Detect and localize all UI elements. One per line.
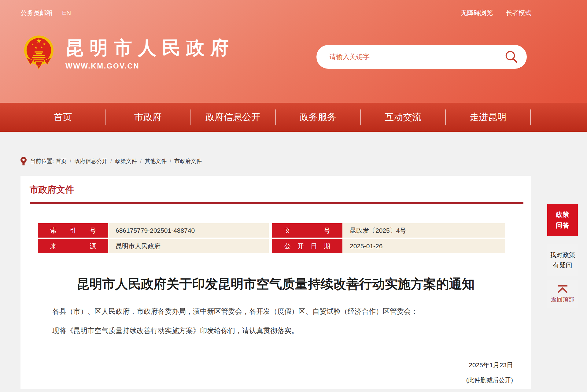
main-nav: 首页 市政府 政府信息公开 政务服务 互动交流 走进昆明 <box>0 103 587 132</box>
site-title: 昆明市人民政府 <box>65 38 234 58</box>
breadcrumb-separator: / <box>70 158 71 165</box>
breadcrumb-info-disclosure[interactable]: 政府信息公开 <box>74 157 107 165</box>
site-url: WWW.KM.GOV.CN <box>65 62 234 70</box>
location-pin-icon <box>20 157 27 165</box>
elder-mode-link[interactable]: 长者模式 <box>506 9 531 17</box>
breadcrumb-separator: / <box>140 158 142 165</box>
back-to-top-button[interactable]: 返回顶部 <box>547 280 578 308</box>
breadcrumb: 当前位置: 首页 / 政府信息公开 / 政策文件 / 其他文件 / 市政府文件 <box>20 157 202 165</box>
nav-item-services[interactable]: 政务服务 <box>276 111 360 124</box>
breadcrumb-prefix: 当前位置: <box>30 157 54 165</box>
breadcrumb-home[interactable]: 首页 <box>56 157 67 165</box>
policy-qa-label-line1: 政策 <box>556 209 569 220</box>
accessibility-link[interactable]: 无障碍浏览 <box>461 9 493 17</box>
back-to-top-label: 返回顶部 <box>551 296 574 304</box>
national-emblem-logo[interactable] <box>24 35 54 75</box>
topbar-left: 公务员邮箱 EN <box>20 9 71 17</box>
breadcrumb-separator: / <box>110 158 112 165</box>
document-note: (此件删减后公开) <box>38 376 513 384</box>
table-row: 来源 昆明市人民政府 公开日期 2025-01-26 <box>38 239 531 253</box>
document-paragraph: 现将《昆明市空气质量持续改善行动实施方案》印发给你们，请认真贯彻落实。 <box>38 325 513 336</box>
nav-item-about-kunming[interactable]: 走进昆明 <box>446 111 530 124</box>
nav-item-interaction[interactable]: 互动交流 <box>361 111 445 124</box>
site-header: 公务员邮箱 EN 无障碍浏览 长者模式 <box>0 0 587 103</box>
policy-qa-button[interactable]: 政策 问答 <box>547 204 578 236</box>
document-meta-table: 索引号 686175779-202501-488740 文号 昆政发〔2025〕… <box>38 223 531 253</box>
meta-source-value: 昆明市人民政府 <box>108 239 269 253</box>
breadcrumb-other-docs[interactable]: 其他文件 <box>145 157 167 165</box>
floating-sidebar: 政策 问答 我对政策 有疑问 返回顶部 <box>547 204 578 308</box>
meta-source-label: 来源 <box>38 239 108 253</box>
nav-item-city-gov[interactable]: 市政府 <box>105 111 190 124</box>
breadcrumb-citygov-docs[interactable]: 市政府文件 <box>174 157 202 165</box>
search-box <box>316 45 527 69</box>
nav-divider <box>530 109 531 125</box>
search-icon <box>505 50 518 64</box>
meta-index-value: 686175779-202501-488740 <box>108 223 269 238</box>
nav-item-home[interactable]: 首页 <box>20 111 105 124</box>
nav-item-info-disclosure[interactable]: 政府信息公开 <box>190 111 275 124</box>
main-nav-inner: 首页 市政府 政府信息公开 政务服务 互动交流 走进昆明 <box>20 103 531 132</box>
meta-gap <box>269 223 272 238</box>
policy-doubt-label-line1: 我对政策 <box>550 250 575 260</box>
meta-pubdate-value: 2025-01-26 <box>342 239 505 253</box>
content-panel: 市政府文件 索引号 686175779-202501-488740 文号 昆政发… <box>20 176 531 389</box>
meta-docno-value: 昆政发〔2025〕4号 <box>342 223 505 238</box>
page: 公务员邮箱 EN 无障碍浏览 长者模式 <box>0 0 587 392</box>
topbar-right: 无障碍浏览 长者模式 <box>461 9 531 17</box>
policy-qa-label-line2: 问答 <box>556 220 569 231</box>
mailbox-link[interactable]: 公务员邮箱 <box>20 9 53 17</box>
section-divider <box>30 202 523 204</box>
search-input[interactable] <box>329 45 500 69</box>
search-button[interactable] <box>505 50 518 64</box>
policy-doubt-label-line2: 有疑问 <box>553 260 572 270</box>
table-row: 索引号 686175779-202501-488740 文号 昆政发〔2025〕… <box>38 223 531 238</box>
document-title: 昆明市人民政府关于印发昆明市空气质量持续改善行动实施方案的通知 <box>33 276 519 293</box>
section-title: 市政府文件 <box>30 184 531 196</box>
meta-pubdate-label: 公开日期 <box>272 239 342 253</box>
document-paragraph: 各县（市）、区人民政府，市政府各委办局，滇中新区管委会，各开发（度假）区、自贸试… <box>38 306 513 317</box>
site-brand[interactable]: 昆明市人民政府 WWW.KM.GOV.CN <box>65 38 234 70</box>
english-link[interactable]: EN <box>62 9 71 17</box>
policy-doubt-button[interactable]: 我对政策 有疑问 <box>547 244 578 276</box>
back-to-top-icon <box>556 285 570 293</box>
document-date: 2025年1月23日 <box>38 361 513 369</box>
meta-gap <box>269 239 272 253</box>
breadcrumb-policy-docs[interactable]: 政策文件 <box>115 157 137 165</box>
meta-index-label: 索引号 <box>38 223 108 238</box>
meta-docno-label: 文号 <box>272 223 342 238</box>
breadcrumb-separator: / <box>170 158 171 165</box>
